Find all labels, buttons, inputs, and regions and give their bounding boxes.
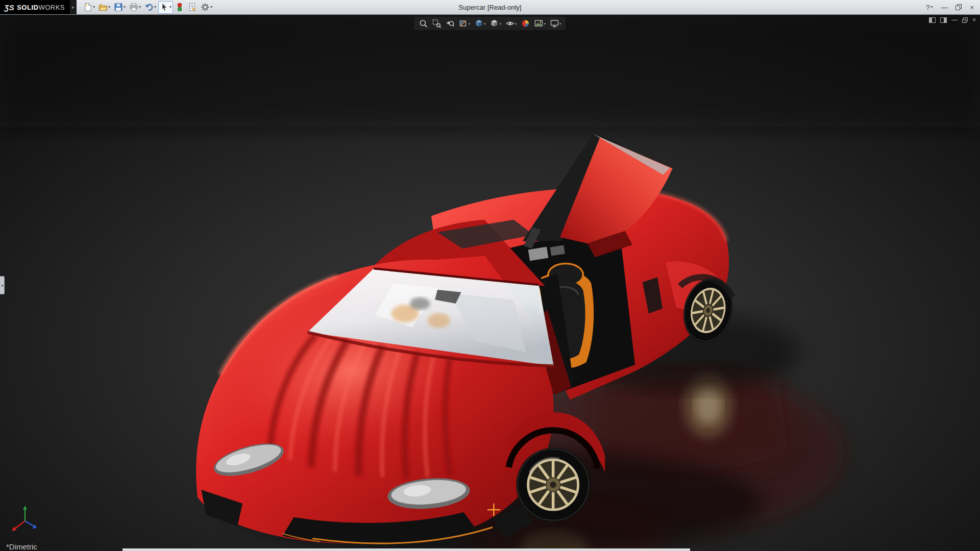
restore-icon bbox=[955, 4, 962, 10]
options-gear-icon bbox=[201, 3, 210, 12]
view-settings-icon bbox=[550, 19, 559, 28]
select-button[interactable]: ▾ bbox=[158, 1, 173, 14]
document-close-button[interactable]: × bbox=[972, 17, 976, 23]
front-wheel[interactable] bbox=[516, 448, 590, 522]
previous-view-button[interactable] bbox=[444, 18, 456, 29]
panel-collapse-handle[interactable]: ◂ bbox=[0, 276, 5, 294]
hide-show-items-eye-icon bbox=[505, 19, 514, 28]
section-view-button[interactable]: ▾ bbox=[457, 18, 472, 29]
taskbar-sliver bbox=[122, 548, 690, 551]
open-icon bbox=[99, 3, 108, 12]
file-properties-button[interactable] bbox=[186, 1, 199, 14]
help-icon: ? bbox=[926, 4, 929, 11]
document-restore-icon bbox=[962, 17, 968, 23]
view-orientation-cube-icon bbox=[474, 19, 483, 28]
zoom-to-fit-icon bbox=[419, 19, 428, 28]
hide-show-items-button[interactable]: ▾ bbox=[504, 18, 519, 29]
window-controls: ? ▾ — × bbox=[925, 0, 980, 14]
rebuild-icon bbox=[175, 3, 184, 12]
new-document-icon bbox=[83, 3, 92, 12]
split-pane-right-icon bbox=[940, 17, 947, 23]
split-pane-right-button[interactable] bbox=[940, 17, 947, 23]
save-icon bbox=[114, 3, 123, 12]
undo-button[interactable]: ▾ bbox=[143, 1, 158, 14]
orientation-triad bbox=[9, 504, 41, 536]
standard-toolbar: ▾ ▾ ▾ ▾ ▾ ▾ ▾ bbox=[82, 0, 214, 14]
undo-icon bbox=[144, 3, 154, 12]
minimize-button[interactable]: — bbox=[940, 4, 948, 11]
window-title: Supercar [Read-only] bbox=[459, 0, 522, 15]
titlebar: ƷS SOLIDWORKS ▸ ▾ ▾ ▾ ▾ ▾ ▾ bbox=[0, 0, 980, 15]
model-scene[interactable] bbox=[0, 15, 980, 551]
zoom-to-area-icon bbox=[432, 19, 441, 28]
apply-scene-icon bbox=[534, 19, 544, 28]
split-pane-left-button[interactable] bbox=[929, 17, 936, 23]
solidworks-logo-mark-icon: ƷS bbox=[4, 3, 14, 12]
open-button[interactable]: ▾ bbox=[97, 1, 112, 14]
print-icon bbox=[129, 3, 138, 12]
new-document-button[interactable]: ▾ bbox=[82, 1, 96, 14]
view-orientation-button[interactable]: ▾ bbox=[473, 18, 487, 29]
restore-button[interactable] bbox=[954, 4, 963, 10]
save-button[interactable]: ▾ bbox=[112, 1, 127, 14]
document-minimize-button[interactable]: — bbox=[951, 17, 958, 23]
edit-appearance-button[interactable] bbox=[520, 18, 532, 29]
close-button[interactable]: × bbox=[969, 4, 975, 11]
solidworks-logo: ƷS SOLIDWORKS bbox=[0, 0, 70, 14]
solidworks-brand: SOLIDWORKS bbox=[17, 4, 65, 11]
options-button[interactable]: ▾ bbox=[199, 1, 214, 14]
graphics-area[interactable]: ▾ ▾ ▾ ▾ ▾ ▾ — bbox=[0, 15, 980, 551]
section-view-icon bbox=[458, 19, 468, 28]
heads-up-view-toolbar: ▾ ▾ ▾ ▾ ▾ ▾ bbox=[414, 17, 566, 30]
print-button[interactable]: ▾ bbox=[128, 1, 142, 14]
select-cursor-icon bbox=[160, 3, 169, 12]
top-vignette bbox=[0, 15, 980, 127]
edit-appearance-ball-icon bbox=[521, 19, 530, 28]
document-window-controls: — × bbox=[929, 17, 976, 23]
previous-view-icon bbox=[445, 19, 454, 28]
menu-expand-arrow[interactable]: ▸ bbox=[70, 0, 77, 14]
zoom-to-fit-button[interactable] bbox=[417, 18, 429, 29]
file-properties-icon bbox=[188, 3, 197, 12]
help-button[interactable]: ? ▾ bbox=[925, 4, 934, 11]
view-settings-button[interactable]: ▾ bbox=[548, 18, 563, 29]
rebuild-button[interactable] bbox=[174, 1, 186, 14]
display-style-icon bbox=[489, 19, 499, 28]
document-restore-button[interactable] bbox=[962, 17, 968, 23]
view-orientation-label: *Dimetric bbox=[6, 542, 37, 551]
display-style-button[interactable]: ▾ bbox=[488, 18, 503, 29]
split-pane-left-icon bbox=[929, 17, 936, 23]
apply-scene-button[interactable]: ▾ bbox=[533, 18, 548, 29]
zoom-to-area-button[interactable] bbox=[430, 18, 443, 29]
